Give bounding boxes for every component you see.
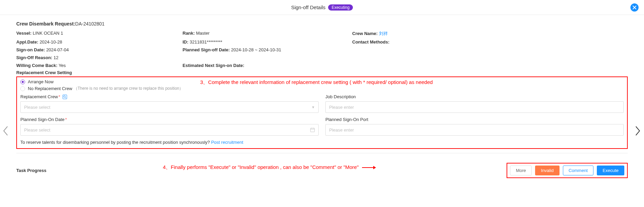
info-willing-back: Willing Come Back: Yes: [16, 63, 183, 68]
info-signoff-reason: Sign-Off Reason: 12: [16, 55, 183, 60]
info-id: ID: 3211831*********: [183, 39, 352, 45]
annotation-step3: 3、Complete the relevant information of r…: [200, 79, 433, 86]
info-contact: Contact Methods:: [352, 39, 628, 45]
info-est-next: Estimated Next Sign-on Date:: [183, 63, 352, 68]
planned-port-input[interactable]: Please enter: [325, 124, 624, 136]
required-mark: *: [65, 117, 67, 122]
arrow-right-icon: [362, 167, 376, 168]
divider: [16, 153, 628, 153]
form-group-planned-date: Planned Sign-On Date * Please select: [20, 117, 319, 136]
radio-no-replacement[interactable]: No Replacement Crew （There is no need to…: [20, 86, 624, 91]
info-rank: Rank: Master: [183, 31, 352, 37]
form-group-replacement-crew: Replacement Crew * Please select ▼: [20, 94, 319, 113]
request-number: DA-24102801: [75, 21, 105, 27]
main-content: Crew Disembark Request:DA-24102801 Vesse…: [0, 15, 644, 149]
close-button[interactable]: [630, 3, 639, 12]
svg-rect-0: [63, 95, 67, 99]
required-mark: *: [59, 94, 60, 99]
request-label: Crew Disembark Request:: [16, 21, 75, 27]
info-appl-date: Appl.Date: 2024-10-28: [16, 39, 183, 45]
post-recruitment-link[interactable]: Post recruitment: [211, 140, 243, 145]
comment-button[interactable]: Comment: [563, 166, 593, 175]
calendar-icon: [310, 127, 315, 132]
close-icon: [632, 5, 637, 10]
more-button[interactable]: More: [510, 166, 532, 175]
info-crew-name: Crew Name: 刘祥: [352, 31, 628, 37]
info-vessel: Vessel: LINK OCEAN 1: [16, 31, 183, 37]
replacement-highlight-box: 3、Complete the relevant information of r…: [16, 76, 628, 149]
svg-point-1: [63, 96, 65, 97]
replacement-section-label: Replacement Crew Setting: [16, 70, 628, 75]
radio-unselected-icon: [20, 86, 25, 91]
helper-text: To reserve talents for disembarking pers…: [20, 140, 624, 145]
annotation-step4: 4、Finally performs "Execute" or "Invalid…: [163, 164, 376, 171]
action-button-group: More Invalid Comment Execute: [507, 163, 628, 178]
crew-search-icon[interactable]: [62, 94, 67, 99]
planned-port-label: Planned Sign-On Port: [325, 117, 624, 122]
info-grid: Vessel: LINK OCEAN 1 Rank: Master Crew N…: [16, 31, 628, 68]
info-planned-signoff: Planned Sign-off Date: 2024-10-28 ~ 2024…: [183, 47, 352, 52]
planned-date-input[interactable]: Please select: [20, 124, 319, 136]
page-header: Sign-off Details Executing: [0, 0, 644, 15]
footer-section: Task Progress 4、Finally performs "Execut…: [0, 163, 644, 178]
request-title: Crew Disembark Request:DA-24102801: [16, 21, 628, 27]
job-description-label: Job Description: [325, 94, 624, 99]
caret-down-icon: ▼: [311, 105, 315, 109]
svg-rect-2: [310, 128, 315, 132]
replacement-crew-label: Replacement Crew *: [20, 94, 319, 99]
planned-date-label: Planned Sign-On Date *: [20, 117, 319, 122]
form-group-job-description: Job Description Please enter: [325, 94, 624, 113]
crew-name-link[interactable]: 刘祥: [379, 31, 388, 36]
form-group-planned-port: Planned Sign-On Port Please enter: [325, 117, 624, 136]
execute-button[interactable]: Execute: [597, 166, 624, 175]
task-progress-label: Task Progress: [16, 168, 46, 173]
form-row-2: Planned Sign-On Date * Please select Pla…: [20, 117, 624, 136]
replacement-crew-select[interactable]: Please select ▼: [20, 101, 319, 113]
invalid-button[interactable]: Invalid: [535, 166, 560, 175]
job-description-input[interactable]: Please enter: [325, 101, 624, 113]
page-title: Sign-off Details: [291, 4, 325, 10]
status-badge: Executing: [328, 4, 353, 11]
info-signon-date: Sign-on Date: 2024-07-04: [16, 47, 183, 52]
form-row-1: Replacement Crew * Please select ▼ Job D…: [20, 94, 624, 113]
radio-selected-icon: [20, 80, 25, 84]
